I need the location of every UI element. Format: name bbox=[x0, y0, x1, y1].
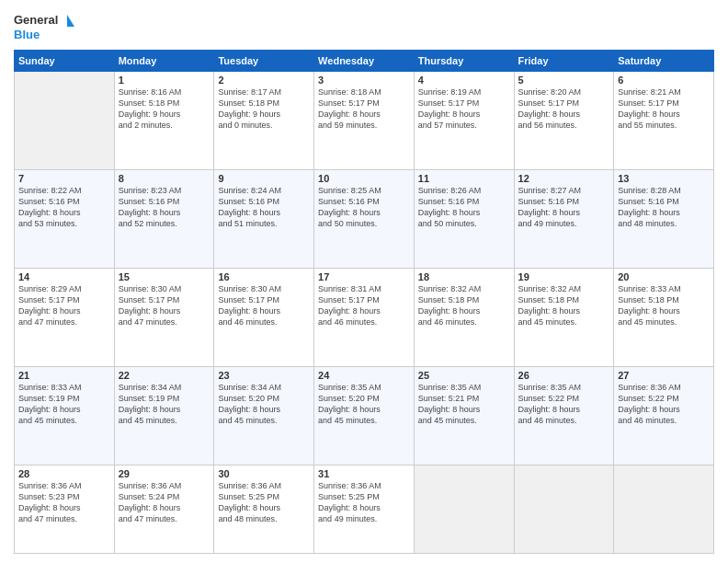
calendar-cell: 27Sunrise: 8:36 AMSunset: 5:22 PMDayligh… bbox=[614, 366, 714, 465]
cell-content: Sunrise: 8:36 AMSunset: 5:22 PMDaylight:… bbox=[618, 382, 710, 427]
cell-content: Sunrise: 8:22 AMSunset: 5:16 PMDaylight:… bbox=[18, 185, 110, 230]
day-number: 25 bbox=[418, 370, 510, 381]
day-number: 12 bbox=[518, 173, 610, 184]
day-number: 27 bbox=[618, 370, 710, 381]
calendar-cell bbox=[614, 465, 714, 553]
day-number: 9 bbox=[218, 173, 310, 184]
calendar-cell: 7Sunrise: 8:22 AMSunset: 5:16 PMDaylight… bbox=[15, 169, 115, 268]
cell-content: Sunrise: 8:26 AMSunset: 5:16 PMDaylight:… bbox=[418, 185, 510, 230]
cell-content: Sunrise: 8:30 AMSunset: 5:17 PMDaylight:… bbox=[218, 283, 310, 328]
calendar-cell: 12Sunrise: 8:27 AMSunset: 5:16 PMDayligh… bbox=[514, 169, 614, 268]
cell-content: Sunrise: 8:32 AMSunset: 5:18 PMDaylight:… bbox=[418, 283, 510, 328]
day-number: 29 bbox=[119, 468, 210, 479]
calendar-cell: 18Sunrise: 8:32 AMSunset: 5:18 PMDayligh… bbox=[414, 268, 514, 366]
calendar-cell: 1Sunrise: 8:16 AMSunset: 5:18 PMDaylight… bbox=[114, 72, 214, 170]
day-number: 19 bbox=[518, 271, 610, 282]
cell-content: Sunrise: 8:36 AMSunset: 5:23 PMDaylight:… bbox=[18, 480, 110, 525]
calendar-cell: 17Sunrise: 8:31 AMSunset: 5:17 PMDayligh… bbox=[314, 268, 415, 366]
day-number: 3 bbox=[318, 75, 410, 86]
calendar-cell: 6Sunrise: 8:21 AMSunset: 5:17 PMDaylight… bbox=[614, 72, 714, 170]
day-number: 30 bbox=[218, 468, 310, 479]
day-number: 1 bbox=[119, 75, 210, 86]
calendar-week: 14Sunrise: 8:29 AMSunset: 5:17 PMDayligh… bbox=[15, 268, 714, 366]
calendar-cell: 31Sunrise: 8:36 AMSunset: 5:25 PMDayligh… bbox=[314, 465, 415, 553]
day-number: 22 bbox=[119, 370, 210, 381]
cell-content: Sunrise: 8:20 AMSunset: 5:17 PMDaylight:… bbox=[518, 86, 610, 132]
cell-content: Sunrise: 8:21 AMSunset: 5:17 PMDaylight:… bbox=[618, 86, 710, 132]
calendar-cell bbox=[414, 465, 514, 553]
cell-content: Sunrise: 8:29 AMSunset: 5:17 PMDaylight:… bbox=[18, 283, 110, 328]
calendar-week: 1Sunrise: 8:16 AMSunset: 5:18 PMDaylight… bbox=[15, 72, 714, 170]
day-number: 26 bbox=[518, 370, 610, 381]
day-number: 10 bbox=[318, 173, 410, 184]
day-number: 24 bbox=[318, 370, 410, 381]
calendar-cell: 13Sunrise: 8:28 AMSunset: 5:16 PMDayligh… bbox=[614, 169, 714, 268]
day-number: 5 bbox=[518, 75, 610, 86]
logo: General Blue bbox=[14, 9, 78, 44]
day-number: 17 bbox=[318, 271, 410, 282]
calendar-cell: 22Sunrise: 8:34 AMSunset: 5:19 PMDayligh… bbox=[114, 366, 214, 465]
day-header-tuesday: Tuesday bbox=[214, 51, 314, 72]
cell-content: Sunrise: 8:36 AMSunset: 5:25 PMDaylight:… bbox=[218, 480, 310, 525]
cell-content: Sunrise: 8:33 AMSunset: 5:18 PMDaylight:… bbox=[618, 283, 710, 328]
day-number: 21 bbox=[18, 370, 110, 381]
day-number: 7 bbox=[18, 173, 110, 184]
day-header-sunday: Sunday bbox=[15, 51, 115, 72]
calendar-cell: 10Sunrise: 8:25 AMSunset: 5:16 PMDayligh… bbox=[314, 169, 415, 268]
day-header-wednesday: Wednesday bbox=[314, 51, 415, 72]
cell-content: Sunrise: 8:32 AMSunset: 5:18 PMDaylight:… bbox=[518, 283, 610, 328]
day-number: 6 bbox=[618, 75, 710, 86]
cell-content: Sunrise: 8:27 AMSunset: 5:16 PMDaylight:… bbox=[518, 185, 610, 230]
calendar-cell: 5Sunrise: 8:20 AMSunset: 5:17 PMDaylight… bbox=[514, 72, 614, 170]
cell-content: Sunrise: 8:35 AMSunset: 5:22 PMDaylight:… bbox=[518, 382, 610, 427]
day-number: 11 bbox=[418, 173, 510, 184]
calendar-cell: 16Sunrise: 8:30 AMSunset: 5:17 PMDayligh… bbox=[214, 268, 314, 366]
day-header-saturday: Saturday bbox=[614, 51, 714, 72]
day-number: 31 bbox=[318, 468, 410, 479]
svg-marker-2 bbox=[67, 15, 74, 27]
cell-content: Sunrise: 8:35 AMSunset: 5:20 PMDaylight:… bbox=[318, 382, 410, 427]
day-number: 28 bbox=[18, 468, 110, 479]
cell-content: Sunrise: 8:36 AMSunset: 5:25 PMDaylight:… bbox=[318, 480, 410, 525]
logo-svg: General Blue bbox=[14, 9, 78, 44]
day-header-monday: Monday bbox=[114, 51, 214, 72]
cell-content: Sunrise: 8:34 AMSunset: 5:19 PMDaylight:… bbox=[119, 382, 210, 427]
day-number: 13 bbox=[618, 173, 710, 184]
calendar-cell: 19Sunrise: 8:32 AMSunset: 5:18 PMDayligh… bbox=[514, 268, 614, 366]
calendar-table: SundayMondayTuesdayWednesdayThursdayFrid… bbox=[14, 50, 714, 554]
calendar-cell: 29Sunrise: 8:36 AMSunset: 5:24 PMDayligh… bbox=[114, 465, 214, 553]
cell-content: Sunrise: 8:30 AMSunset: 5:17 PMDaylight:… bbox=[119, 283, 210, 328]
day-header-thursday: Thursday bbox=[414, 51, 514, 72]
calendar-cell: 28Sunrise: 8:36 AMSunset: 5:23 PMDayligh… bbox=[15, 465, 115, 553]
cell-content: Sunrise: 8:19 AMSunset: 5:17 PMDaylight:… bbox=[418, 86, 510, 132]
calendar-cell: 8Sunrise: 8:23 AMSunset: 5:16 PMDaylight… bbox=[114, 169, 214, 268]
calendar-cell: 3Sunrise: 8:18 AMSunset: 5:17 PMDaylight… bbox=[314, 72, 415, 170]
calendar-cell: 23Sunrise: 8:34 AMSunset: 5:20 PMDayligh… bbox=[214, 366, 314, 465]
day-number: 23 bbox=[218, 370, 310, 381]
calendar-week: 28Sunrise: 8:36 AMSunset: 5:23 PMDayligh… bbox=[15, 465, 714, 553]
calendar-cell: 26Sunrise: 8:35 AMSunset: 5:22 PMDayligh… bbox=[514, 366, 614, 465]
calendar-cell bbox=[15, 72, 115, 170]
cell-content: Sunrise: 8:36 AMSunset: 5:24 PMDaylight:… bbox=[119, 480, 210, 525]
svg-text:Blue: Blue bbox=[14, 28, 40, 41]
calendar-cell: 25Sunrise: 8:35 AMSunset: 5:21 PMDayligh… bbox=[414, 366, 514, 465]
calendar-cell: 30Sunrise: 8:36 AMSunset: 5:25 PMDayligh… bbox=[214, 465, 314, 553]
calendar-week: 21Sunrise: 8:33 AMSunset: 5:19 PMDayligh… bbox=[15, 366, 714, 465]
cell-content: Sunrise: 8:33 AMSunset: 5:19 PMDaylight:… bbox=[18, 382, 110, 427]
page: General Blue SundayMondayTuesdayWednesda… bbox=[0, 0, 728, 563]
calendar-cell: 24Sunrise: 8:35 AMSunset: 5:20 PMDayligh… bbox=[314, 366, 415, 465]
calendar-cell: 14Sunrise: 8:29 AMSunset: 5:17 PMDayligh… bbox=[15, 268, 115, 366]
day-number: 4 bbox=[418, 75, 510, 86]
day-number: 14 bbox=[18, 271, 110, 282]
day-number: 20 bbox=[618, 271, 710, 282]
day-number: 15 bbox=[119, 271, 210, 282]
calendar-cell: 2Sunrise: 8:17 AMSunset: 5:18 PMDaylight… bbox=[214, 72, 314, 170]
day-number: 8 bbox=[119, 173, 210, 184]
calendar-cell: 11Sunrise: 8:26 AMSunset: 5:16 PMDayligh… bbox=[414, 169, 514, 268]
header-row: SundayMondayTuesdayWednesdayThursdayFrid… bbox=[15, 51, 714, 72]
cell-content: Sunrise: 8:31 AMSunset: 5:17 PMDaylight:… bbox=[318, 283, 410, 328]
cell-content: Sunrise: 8:28 AMSunset: 5:16 PMDaylight:… bbox=[618, 185, 710, 230]
day-number: 16 bbox=[218, 271, 310, 282]
calendar-cell: 9Sunrise: 8:24 AMSunset: 5:16 PMDaylight… bbox=[214, 169, 314, 268]
cell-content: Sunrise: 8:23 AMSunset: 5:16 PMDaylight:… bbox=[119, 185, 210, 230]
